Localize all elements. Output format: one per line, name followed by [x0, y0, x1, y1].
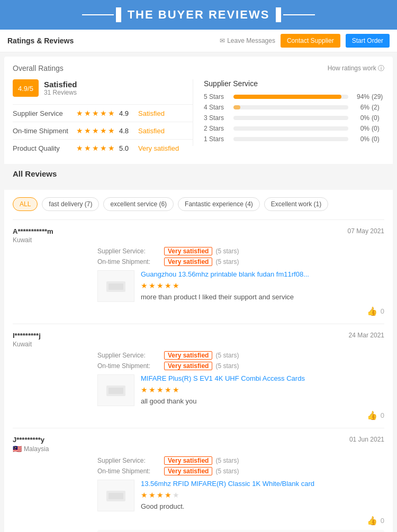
like-icon[interactable]: 👍 [367, 306, 377, 316]
reviews-container: A***********m Kuwait 07 May 2021 Supplie… [13, 219, 384, 532]
like-count: 0 [381, 411, 384, 419]
bar-fill [233, 95, 341, 99]
leave-messages-link[interactable]: ✉ Leave Messages [220, 37, 275, 44]
product-stars: ★★★★★ [141, 491, 384, 499]
reviewer-country: 🇲🇾 Malaysia [13, 445, 49, 453]
filter-tag[interactable]: Excellent work (1) [264, 197, 328, 211]
supplier-badge: Very satisfied [164, 456, 212, 465]
ratings-reviews-title: Ratings & Reviews [7, 36, 74, 45]
shipment-badge: Very satisfied [164, 467, 212, 475]
deco-rect-right [276, 7, 281, 22]
country-flag: 🇲🇾 [13, 445, 22, 453]
bar-track [233, 95, 348, 99]
score-label: Satisfied 31 Reviews [44, 80, 77, 96]
filter-tag[interactable]: Fantastic experience (4) [178, 197, 260, 211]
review-date: 07 May 2021 [348, 227, 384, 235]
contact-supplier-button[interactable]: Contact Supplier [281, 34, 340, 48]
review-text: all good thank you [141, 397, 384, 405]
review-product: 13.56mhz RFID MIFARE(R) Classic 1K White… [97, 480, 384, 511]
meta-supplier-service: Supplier Service: Very satisfied (5 star… [97, 456, 384, 465]
meta-supplier-label: Supplier Service: [97, 457, 161, 464]
rating-row-supplier: Supplier Service ★ ★ ★ ★ ★ 4.9 Satisfied [13, 104, 193, 122]
review-date: 24 Mar 2021 [349, 332, 384, 339]
review-footer: 👍 0 [97, 516, 384, 526]
overall-ratings-title: Overall Ratings [13, 64, 64, 72]
supplier-stars-text: (5 stars) [215, 352, 239, 359]
bar-track [233, 116, 348, 120]
filter-tag[interactable]: fast delivery (7) [42, 197, 99, 211]
meta-shipment-label: On-time Shipment: [97, 258, 161, 265]
meta-shipment: On-time Shipment: Very satisfied (5 star… [97, 362, 384, 370]
product-name[interactable]: MIFARE Plus(R) S EV1 4K UHF Combi Access… [141, 374, 384, 382]
score-box: 4.9/5 Satisfied 31 Reviews [13, 79, 193, 97]
review-header: J*********y 🇲🇾 Malaysia 01 Jun 2021 [13, 436, 384, 453]
all-reviews-header-bg: All Reviews [4, 164, 393, 190]
shipment-stars-text: (5 stars) [215, 362, 239, 370]
stars-supplier: ★ ★ ★ ★ ★ [76, 109, 115, 117]
stars-shipment: ★ ★ ★ ★ ★ [76, 126, 115, 135]
header-banner: THE BUYER REVIEWS [0, 0, 397, 30]
shipment-badge: Very satisfied [164, 362, 212, 370]
like-icon[interactable]: 👍 [367, 410, 377, 420]
svg-rect-1 [109, 283, 123, 290]
svg-rect-5 [109, 493, 123, 499]
header-deco-left [82, 7, 121, 22]
reviewer-name: A***********m [13, 227, 53, 235]
supplier-stars-text: (5 stars) [215, 247, 239, 255]
reviewer-info: J*********y 🇲🇾 Malaysia [13, 436, 49, 453]
shipment-stars-text: (5 stars) [215, 467, 239, 475]
review-product: MIFARE Plus(R) S EV1 4K UHF Combi Access… [97, 374, 384, 406]
stars-quality: ★ ★ ★ ★ ★ [76, 144, 115, 152]
header-deco-right [276, 7, 315, 22]
shipment-stars-text: (5 stars) [215, 258, 239, 265]
product-info: Guangzhou 13.56mhz printable blank fudan… [141, 270, 384, 301]
bar-row: 5 Stars 94% (29) [204, 93, 384, 100]
meta-shipment: On-time Shipment: Very satisfied (5 star… [97, 467, 384, 475]
product-stars: ★★★★★ [141, 281, 384, 290]
product-image [97, 480, 134, 511]
review-meta: Supplier Service: Very satisfied (5 star… [97, 351, 384, 370]
ratings-right: Supplier Service 5 Stars 94% (29) 4 Star… [193, 79, 384, 146]
supplier-badge: Very satisfied [164, 351, 212, 360]
bar-rows: 5 Stars 94% (29) 4 Stars 6% (2) 3 Stars … [204, 93, 384, 143]
meta-supplier-service: Supplier Service: Very satisfied (5 star… [97, 247, 384, 255]
product-stars: ★★★★★ [141, 386, 384, 394]
ratings-left: 4.9/5 Satisfied 31 Reviews Supplier Serv… [13, 79, 193, 157]
big-score: 4.9/5 [13, 79, 39, 97]
product-name[interactable]: 13.56mhz RFID MIFARE(R) Classic 1K White… [141, 480, 384, 488]
all-reviews-section: ALLfast delivery (7)excellent service (6… [4, 190, 393, 532]
bar-track [233, 105, 348, 109]
review-footer: 👍 0 [97, 306, 384, 316]
svg-rect-3 [109, 388, 123, 394]
bar-row: 3 Stars 0% (0) [204, 114, 384, 122]
bar-row: 2 Stars 0% (0) [204, 125, 384, 132]
start-order-button[interactable]: Start Order [346, 34, 390, 48]
like-icon[interactable]: 👍 [367, 516, 377, 526]
bar-track [233, 126, 348, 131]
bar-fill [233, 105, 240, 109]
like-count: 0 [381, 517, 384, 525]
deco-rect-left [116, 7, 121, 22]
toolbar: Ratings & Reviews ✉ Leave Messages Conta… [0, 30, 397, 52]
main-panel: Overall Ratings How ratings work ⓘ 4.9/5… [4, 57, 393, 532]
supplier-badge: Very satisfied [164, 247, 212, 255]
meta-shipment: On-time Shipment: Very satisfied (5 star… [97, 258, 384, 266]
shipment-badge: Very satisfied [164, 258, 212, 266]
how-ratings-link[interactable]: How ratings work ⓘ [328, 64, 384, 73]
review-date: 01 Jun 2021 [349, 436, 384, 443]
review-product: Guangzhou 13.56mhz printable blank fudan… [97, 270, 384, 302]
product-image [97, 374, 134, 406]
product-name[interactable]: Guangzhou 13.56mhz printable blank fudan… [141, 270, 384, 278]
review-meta: Supplier Service: Very satisfied (5 star… [97, 247, 384, 266]
filter-tag[interactable]: excellent service (6) [103, 197, 174, 211]
bar-track [233, 137, 348, 141]
meta-supplier-label: Supplier Service: [97, 247, 161, 255]
filter-tag[interactable]: ALL [13, 197, 38, 211]
product-image [97, 270, 134, 302]
review-item: A***********m Kuwait 07 May 2021 Supplie… [13, 219, 384, 324]
reply-box: A Andy Shi Guangzhou Zhanfeng Smart Card… [97, 530, 384, 532]
review-meta: Supplier Service: Very satisfied (5 star… [97, 456, 384, 475]
reviewer-country: Kuwait [13, 236, 53, 244]
bar-row: 1 Stars 0% (0) [204, 135, 384, 143]
header-title: THE BUYER REVIEWS [128, 8, 270, 22]
